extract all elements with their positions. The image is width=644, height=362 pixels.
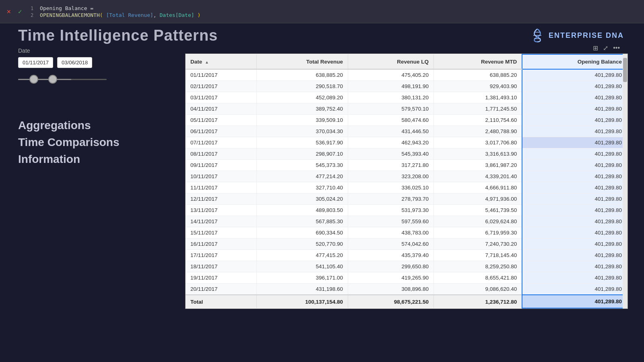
cell-rev-mtd: 3,316,613.90 — [434, 148, 522, 160]
table-row: 14/11/2017567,885.30597,559.606,029,624.… — [186, 216, 627, 227]
cell-ob: 401,289.80 — [522, 227, 627, 239]
table-row: 15/11/2017690,334.50438,783.006,719,959.… — [186, 227, 627, 239]
table-row: 07/11/2017536,917.90462,943.203,017,706.… — [186, 137, 627, 148]
cell-total-rev: 536,917.90 — [256, 137, 348, 148]
cell-rev-lq: 308,896.80 — [348, 284, 434, 295]
cell-date: 08/11/2017 — [186, 148, 256, 160]
cell-date: 04/11/2017 — [186, 103, 256, 115]
formula-line-2: 2 OPENINGBALANCEMONTH( [Total Revenue], … — [31, 12, 639, 18]
footer-total-rev: 100,137,154.80 — [256, 295, 348, 308]
cell-ob: 401,289.80 — [522, 250, 627, 261]
table-row: 10/11/2017477,214.20323,208.004,339,201.… — [186, 171, 627, 182]
cell-rev-lq: 545,393.40 — [348, 148, 434, 160]
cell-rev-mtd: 9,086,620.40 — [434, 284, 522, 295]
cell-date: 06/11/2017 — [186, 126, 256, 137]
cell-ob: 401,289.80 — [522, 216, 627, 227]
col-header-revenue-mtd[interactable]: Revenue MTD — [434, 54, 522, 69]
cell-date: 02/11/2017 — [186, 81, 256, 92]
cell-rev-lq: 419,265.90 — [348, 272, 434, 284]
cell-ob: 401,289.80 — [522, 81, 627, 92]
cell-total-rev: 327,710.40 — [256, 182, 348, 193]
cell-rev-lq: 580,474.60 — [348, 115, 434, 126]
formula-lines: 1 Opening Balance = 2 OPENINGBALANCEMONT… — [31, 5, 639, 18]
cell-ob: 401,289.80 — [522, 103, 627, 115]
slider-handle-right[interactable] — [48, 75, 57, 84]
cell-total-rev: 298,907.10 — [256, 148, 348, 160]
filter-icon[interactable]: ⊞ — [593, 44, 598, 52]
sort-arrow-date: ▲ — [205, 60, 209, 64]
table-toolbar: ⊞ ⤢ ••• — [185, 44, 628, 52]
cell-ob: 401,289.80 — [522, 115, 627, 126]
cell-ob: 401,289.80 — [522, 171, 627, 182]
footer-label: Total — [186, 295, 256, 308]
close-icon[interactable]: ✕ — [5, 8, 13, 16]
data-table: Date ▲ Total Revenue Revenue LQ Revenue … — [186, 54, 627, 309]
cell-ob: 401,289.80 — [522, 148, 627, 160]
table-row: 04/11/2017389,752.40579,570.101,771,245.… — [186, 103, 627, 115]
cell-rev-lq: 336,025.10 — [348, 182, 434, 193]
cell-date: 17/11/2017 — [186, 250, 256, 261]
cell-ob: 401,289.80 — [522, 193, 627, 205]
cell-date: 13/11/2017 — [186, 205, 256, 216]
cell-rev-lq: 597,559.60 — [348, 216, 434, 227]
date-start-box[interactable]: 01/11/2017 — [18, 57, 53, 68]
table-row: 17/11/2017477,415.20435,379.407,718,145.… — [186, 250, 627, 261]
expand-icon[interactable]: ⤢ — [603, 44, 608, 52]
table-row: 11/11/2017327,710.40336,025.104,666,911.… — [186, 182, 627, 193]
sidebar: Date 01/11/2017 03/06/2018 Aggregations … — [18, 47, 123, 168]
date-slider[interactable] — [18, 74, 107, 85]
cell-total-rev: 489,803.50 — [256, 205, 348, 216]
cell-date: 18/11/2017 — [186, 261, 256, 272]
table-row: 06/11/2017370,034.30431,446.502,480,788.… — [186, 126, 627, 137]
date-label: Date — [18, 47, 123, 54]
cell-ob: 401,289.80 — [522, 284, 627, 295]
main-content: ⊞ ⤢ ••• Date ▲ Total Revenue Revenue LQ — [185, 44, 628, 309]
scrollbar-thumb[interactable] — [623, 58, 627, 82]
more-options-icon[interactable]: ••• — [613, 44, 620, 52]
col-header-opening-balance[interactable]: Opening Balance — [522, 54, 627, 69]
cell-rev-lq: 323,208.00 — [348, 171, 434, 182]
cell-rev-mtd: 7,718,145.40 — [434, 250, 522, 261]
cell-date: 03/11/2017 — [186, 92, 256, 103]
cell-rev-mtd: 6,029,624.80 — [434, 216, 522, 227]
cell-rev-mtd: 4,666,911.80 — [434, 182, 522, 193]
cell-rev-lq: 435,379.40 — [348, 250, 434, 261]
col-header-total-revenue[interactable]: Total Revenue — [256, 54, 348, 69]
cell-rev-mtd: 6,719,959.30 — [434, 227, 522, 239]
cell-date: 12/11/2017 — [186, 193, 256, 205]
nav-item-time-comparisons[interactable]: Time Comparisons — [18, 134, 123, 151]
table-row: 13/11/2017489,803.50531,973.305,461,739.… — [186, 205, 627, 216]
dna-icon — [530, 28, 545, 43]
date-end-box[interactable]: 03/06/2018 — [57, 57, 92, 68]
col-header-revenue-lq[interactable]: Revenue LQ — [348, 54, 434, 69]
cell-total-rev: 545,373.30 — [256, 160, 348, 171]
slider-handle-left[interactable] — [29, 75, 38, 84]
table-row: 05/11/2017339,509.10580,474.602,110,754.… — [186, 115, 627, 126]
table-footer-row: Total 100,137,154.80 98,675,221.50 1,236… — [186, 295, 627, 308]
cell-ob: 401,289.80 — [522, 92, 627, 103]
date-range-row: 01/11/2017 03/06/2018 — [18, 57, 123, 68]
slider-fill — [18, 79, 71, 80]
table-row: 18/11/2017541,105.40299,650.808,259,250.… — [186, 261, 627, 272]
nav-item-information[interactable]: Information — [18, 151, 123, 168]
cell-date: 16/11/2017 — [186, 239, 256, 250]
line1-text: Opening Balance = — [40, 5, 93, 11]
cell-date: 09/11/2017 — [186, 160, 256, 171]
cell-total-rev: 339,509.10 — [256, 115, 348, 126]
cell-date: 07/11/2017 — [186, 137, 256, 148]
footer-rev-mtd: 1,236,712.80 — [434, 295, 522, 308]
check-icon[interactable]: ✓ — [16, 8, 24, 16]
cell-rev-mtd: 2,480,788.90 — [434, 126, 522, 137]
cell-rev-lq: 531,973.30 — [348, 205, 434, 216]
cell-total-rev: 452,089.20 — [256, 92, 348, 103]
cell-total-rev: 290,518.70 — [256, 81, 348, 92]
vertical-scrollbar[interactable] — [623, 54, 627, 309]
table-row: 01/11/2017638,885.20475,405.20638,885.20… — [186, 69, 627, 81]
table-row: 19/11/2017396,171.00419,265.908,655,421.… — [186, 272, 627, 284]
nav-item-aggregations[interactable]: Aggregations — [18, 117, 123, 134]
col-header-date[interactable]: Date ▲ — [186, 54, 256, 69]
cell-rev-mtd: 4,339,201.40 — [434, 171, 522, 182]
table-body: 01/11/2017638,885.20475,405.20638,885.20… — [186, 69, 627, 295]
footer-ob: 401,289.80 — [522, 295, 627, 308]
cell-total-rev: 389,752.40 — [256, 103, 348, 115]
